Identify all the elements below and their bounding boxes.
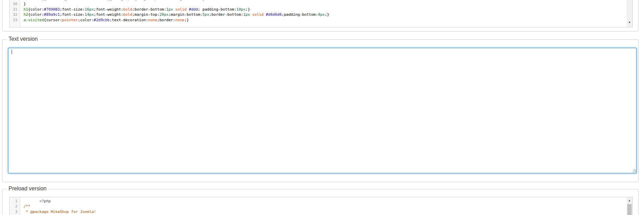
code-area[interactable]: <?php/** * @package HikaShop for Joomla! (24, 199, 626, 215)
css-editor-fieldset: 30313233 #hikashop_checkout_cart table.h… (2, 0, 639, 31)
line-number: 1 (10, 199, 17, 204)
line-number: 2 (10, 204, 17, 209)
scroll-thumb[interactable] (627, 204, 632, 215)
page: 30313233 #hikashop_checkout_cart table.h… (0, 0, 644, 215)
preload-version-legend: Preload version (6, 185, 49, 192)
css-code-editor[interactable]: 30313233 #hikashop_checkout_cart table.h… (9, 0, 633, 27)
scroll-down-arrow[interactable]: ▼ (627, 21, 632, 24)
code-line[interactable]: h1{color:#7090B3;font-size:16px;font-wei… (24, 7, 626, 12)
code-area[interactable]: #hikashop_checkout_cart table.hikashop_c… (24, 0, 626, 27)
code-line[interactable]: h2{color:#89a9c1;font-size:14px;font-wei… (24, 12, 626, 17)
code-line[interactable]: <?php (24, 199, 626, 204)
vertical-scrollbar[interactable]: ▼ (627, 0, 632, 27)
scroll-up-arrow[interactable]: ▲ (627, 199, 632, 202)
resize-handle-icon[interactable] (633, 169, 636, 173)
line-number: 33 (10, 17, 17, 23)
line-number: 30 (10, 1, 17, 7)
line-number: 32 (10, 12, 17, 17)
text-version-fieldset: Text version (2, 39, 639, 182)
code-line[interactable]: * @package HikaShop for Joomla! (24, 209, 626, 215)
line-number-gutter: 30313233 (10, 0, 20, 27)
php-code-editor[interactable]: 123 <?php/** * @package HikaShop for Joo… (9, 197, 633, 215)
preload-version-fieldset: Preload version 123 <?php/** * @package … (2, 189, 639, 215)
code-line[interactable]: } (24, 1, 626, 7)
line-number-gutter: 123 (10, 197, 20, 215)
text-version-legend: Text version (6, 36, 40, 42)
text-version-textarea[interactable] (8, 48, 637, 174)
text-cursor (12, 50, 12, 54)
code-line[interactable]: a:visited{cursor:pointer;color:#2d9cbb;t… (24, 17, 626, 23)
vertical-scrollbar[interactable]: ▲ (627, 197, 632, 215)
line-number: 31 (10, 7, 17, 12)
line-number: 3 (10, 209, 17, 215)
code-line[interactable]: /** (24, 204, 626, 209)
